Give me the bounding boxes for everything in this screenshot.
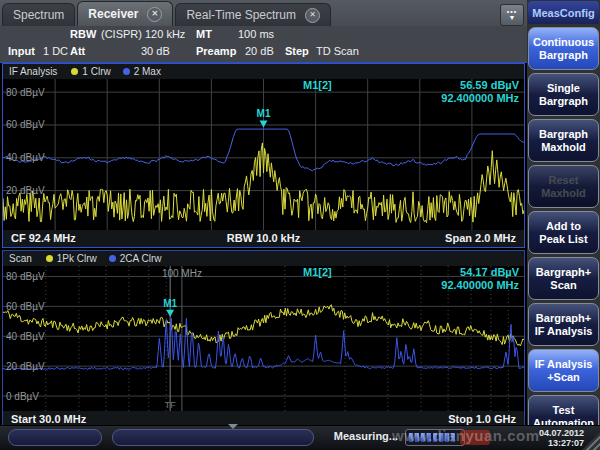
chevron-down-icon: ▼ (509, 14, 516, 21)
settings-header: RBW (CISPR) 120 kHz MT 100 ms Input 1 DC… (0, 26, 527, 63)
svg-text:M1: M1 (163, 298, 177, 309)
svg-text:0 dBµV: 0 dBµV (6, 391, 39, 402)
svg-text:60 dBµV: 60 dBµV (6, 301, 45, 312)
tab-label: Real-Time Spectrum (186, 8, 296, 22)
rbw-value[interactable]: (CISPR) 120 kHz (101, 26, 185, 43)
progress-segment (451, 433, 455, 442)
tab-real-time-spectrum[interactable]: Real-Time Spectrum ✕ (175, 3, 331, 26)
rbw-readout[interactable]: RBW 10.0 kHz (227, 230, 300, 247)
svg-text:20 dBµV: 20 dBµV (6, 361, 45, 372)
close-tab-icon[interactable]: ✕ (305, 8, 320, 23)
input-value[interactable]: 1 DC (43, 43, 68, 60)
progress-segment (427, 433, 431, 442)
svg-text:40 dBµV: 40 dBµV (6, 331, 45, 342)
softkey-continuous-bargraph[interactable]: Continuous Bargraph (528, 27, 599, 70)
softkey-bargraph-if-analysis[interactable]: Bargraph+ IF Analysis (528, 303, 599, 346)
rbw-label[interactable]: RBW (70, 26, 96, 43)
softkey-reset-maxhold[interactable]: Reset Maxhold (528, 165, 599, 208)
att-label[interactable]: Att (70, 43, 85, 60)
span-readout[interactable]: Span 2.0 MHz (445, 230, 516, 247)
center-frequency[interactable]: CF 92.4 MHz (11, 230, 76, 247)
window-title: IF Analysis (9, 66, 57, 77)
softkey-if-analysis-scan[interactable]: IF Analysis +Scan (528, 349, 599, 392)
window-title: Scan (9, 253, 32, 264)
marker-frequency: 92.400000 MHz (441, 92, 519, 105)
measurement-progress-indicator (405, 429, 465, 446)
status-bar: Measuring... 04.07.2012 13:27:07 (0, 425, 600, 450)
if-analysis-plot[interactable]: 80 dBµV60 dBµV40 dBµV20 dBµVM1 M1[2] 56.… (3, 79, 524, 230)
status-field-1 (8, 429, 102, 446)
softkey-bargraph-scan[interactable]: Bargraph+ Scan (528, 257, 599, 300)
svg-text:TF: TF (165, 400, 176, 410)
progress-segment (433, 433, 437, 442)
scan-plot[interactable]: 80 dBµV60 dBµV40 dBµV20 dBµV0 dBµV100 MH… (3, 266, 524, 411)
legend-label: 1 Clrw (82, 66, 110, 77)
marker-readout: 54.17 dBµV 92.400000 MHz (441, 266, 519, 292)
svg-text:40 dBµV: 40 dBµV (6, 152, 45, 163)
legend-item[interactable]: 2CA Clrw (109, 253, 162, 264)
trace-color-dot-icon (123, 68, 130, 75)
svg-text:20 dBµV: 20 dBµV (6, 185, 45, 196)
marker-readout: 56.59 dBµV 92.400000 MHz (441, 79, 519, 105)
measuring-status: Measuring... (318, 430, 398, 442)
scan-legend: 1Pk Clrw2CA Clrw (46, 253, 162, 264)
tab-bar: Spectrum Receiver ✕ Real-Time Spectrum ✕… (0, 0, 527, 26)
svg-text:100 MHz: 100 MHz (162, 268, 202, 279)
svg-text:M1: M1 (257, 108, 271, 119)
mt-value[interactable]: 100 ms (238, 26, 274, 43)
tab-label: Receiver (88, 7, 138, 21)
step-value[interactable]: TD Scan (316, 43, 359, 60)
close-tab-icon[interactable]: ✕ (147, 7, 162, 22)
legend-label: 2 Max (134, 66, 161, 77)
tab-label: Spectrum (13, 8, 64, 22)
trace-color-dot-icon (71, 68, 78, 75)
corner-grip (582, 432, 600, 450)
scan-window: Scan 1Pk Clrw2CA Clrw 80 dBµV60 dBµV40 d… (2, 250, 525, 429)
tab-receiver[interactable]: Receiver ✕ (77, 1, 173, 26)
softkey-menu-title: MeasConfig (528, 1, 599, 24)
status-field-2 (112, 429, 314, 446)
softkey-bargraph-maxhold[interactable]: Bargraph Maxhold (528, 119, 599, 162)
time: 13:27:07 (539, 438, 584, 448)
marker-level: 54.17 dBµV (441, 266, 519, 279)
progress-segment (445, 433, 449, 442)
tab-overflow-button[interactable]: ••• ▼ (500, 4, 524, 26)
if-analysis-footer: CF 92.4 MHz RBW 10.0 kHz Span 2.0 MHz (3, 230, 524, 247)
mt-label[interactable]: MT (196, 26, 212, 43)
att-value[interactable]: 30 dB (141, 43, 170, 60)
svg-text:80 dBµV: 80 dBµV (6, 271, 45, 282)
progress-segment (409, 433, 413, 442)
progress-segment (415, 433, 419, 442)
drag-handle-icon (228, 424, 238, 429)
trace-color-dot-icon (109, 255, 116, 262)
softkey-sidebar: MeasConfig Continuous BargraphSingle Bar… (527, 0, 600, 426)
preamp-value[interactable]: 20 dB (245, 43, 274, 60)
marker-name: M1[2] (303, 79, 332, 91)
legend-label: 2CA Clrw (120, 253, 162, 264)
marker-frequency: 92.400000 MHz (441, 279, 519, 292)
marker-level: 56.59 dBµV (441, 79, 519, 92)
legend-label: 1Pk Clrw (57, 253, 97, 264)
marker-name: M1[2] (303, 266, 332, 278)
legend-item[interactable]: 1 Clrw (71, 66, 110, 77)
progress-segment (421, 433, 425, 442)
preamp-label[interactable]: Preamp (196, 43, 236, 60)
tab-spectrum[interactable]: Spectrum (2, 3, 75, 26)
svg-text:60 dBµV: 60 dBµV (6, 119, 45, 130)
trace-color-dot-icon (46, 255, 53, 262)
step-label[interactable]: Step (285, 43, 309, 60)
legend-item[interactable]: 2 Max (123, 66, 161, 77)
if-analysis-header: IF Analysis 1 Clrw2 Max (3, 64, 524, 79)
instrument-screen: Spectrum Receiver ✕ Real-Time Spectrum ✕… (0, 0, 600, 450)
progress-segment (439, 433, 443, 442)
scan-header: Scan 1Pk Clrw2CA Clrw (3, 251, 524, 266)
if-analysis-window: IF Analysis 1 Clrw2 Max 80 dBµV60 dBµV40… (2, 63, 525, 248)
softkey-add-to-peak-list[interactable]: Add to Peak List (528, 211, 599, 254)
softkey-single-bargraph[interactable]: Single Bargraph (528, 73, 599, 116)
svg-text:80 dBµV: 80 dBµV (6, 87, 45, 98)
legend-item[interactable]: 1Pk Clrw (46, 253, 97, 264)
date-time: 04.07.2012 13:27:07 (539, 428, 584, 448)
if-legend: 1 Clrw2 Max (71, 66, 161, 77)
input-label[interactable]: Input (8, 43, 35, 60)
date: 04.07.2012 (539, 428, 584, 438)
